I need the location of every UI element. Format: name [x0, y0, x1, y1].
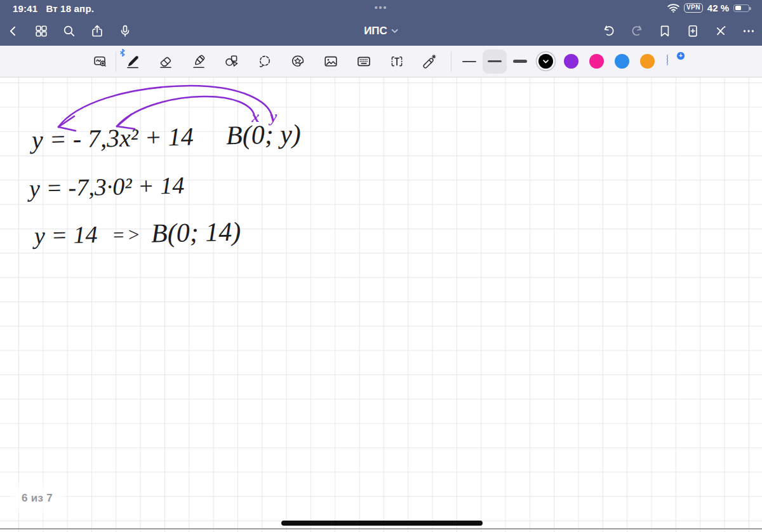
handwriting-result: y = 14: [34, 220, 98, 249]
pen-tool[interactable]: [116, 46, 149, 77]
undo-button[interactable]: [602, 24, 616, 38]
edit-mode-toggle-icon[interactable]: [714, 24, 728, 38]
dashed-circle-icon: [667, 54, 668, 66]
search-button[interactable]: [62, 24, 76, 38]
zoom-window-tool[interactable]: [85, 46, 116, 77]
drawing-toolbar: +: [0, 46, 762, 77]
handwriting-label-y: y: [270, 108, 277, 126]
handwriting-point-b-result: B(0; 14): [151, 216, 241, 249]
vpn-badge: VPN: [684, 3, 703, 13]
redo-button[interactable]: [630, 24, 644, 38]
document-title-dropdown[interactable]: ИПС: [364, 17, 398, 46]
status-date: Вт 18 апр.: [46, 3, 94, 14]
text-tool[interactable]: [380, 46, 413, 77]
thickness-medium-selected[interactable]: [482, 46, 507, 77]
handwriting-point-b: B(0; y): [226, 119, 302, 150]
page-indicator: 6 из 7: [15, 490, 59, 507]
color-swatch-pink[interactable]: [584, 46, 609, 77]
battery-fill: [735, 6, 742, 10]
document-title: ИПС: [364, 25, 387, 37]
lasso-tool[interactable]: [248, 46, 281, 77]
pages-grid-button[interactable]: [34, 24, 48, 38]
nav-bar: ИПС: [0, 17, 762, 46]
chevron-down-icon: [391, 29, 398, 34]
thickness-thin[interactable]: [457, 46, 482, 77]
bluetooth-icon: [120, 49, 125, 57]
handwriting-implies-arrow: =>: [112, 223, 143, 247]
handwriting-equation-2: y = -7,3·0² + 14: [29, 171, 185, 202]
eraser-tool[interactable]: [149, 46, 182, 77]
more-button[interactable]: [742, 24, 756, 38]
color-swatch-purple[interactable]: [558, 46, 584, 77]
add-color-button[interactable]: +: [660, 46, 688, 77]
battery-percent-text: 42 %: [707, 3, 729, 13]
multitask-dots: •••: [375, 3, 388, 13]
status-right: VPN 42 %: [667, 3, 752, 13]
microphone-button[interactable]: [118, 24, 132, 38]
bookmark-button[interactable]: [658, 24, 672, 38]
status-time: 19:41: [13, 3, 37, 14]
nav-left-group: [6, 17, 132, 46]
status-bar: 19:41 Вт 18 апр. ••• VPN 42 %: [0, 0, 762, 17]
share-button[interactable]: [90, 24, 104, 38]
handwriting-equation-1: y = - 7,3x² + 14: [32, 121, 194, 154]
status-left: 19:41 Вт 18 апр.: [13, 3, 94, 14]
note-canvas[interactable]: y = - 7,3x² + 14 B(0; y) x y y = -7,3·0²…: [0, 77, 762, 532]
color-swatch-orange[interactable]: [634, 46, 660, 77]
wifi-icon: [667, 3, 679, 13]
color-swatch-black[interactable]: [533, 46, 558, 77]
highlighter-tool[interactable]: [182, 46, 215, 77]
color-swatch-blue[interactable]: [609, 46, 634, 77]
keyboard-tool[interactable]: [347, 46, 380, 77]
home-indicator[interactable]: [281, 521, 483, 526]
add-page-button[interactable]: [686, 24, 700, 38]
battery-icon: [733, 4, 749, 12]
header: 19:41 Вт 18 апр. ••• VPN 42 %: [0, 0, 762, 46]
image-tool[interactable]: [314, 46, 347, 77]
chevron-down-icon: [542, 59, 549, 64]
handwriting-label-x: x: [251, 108, 260, 126]
laser-pointer-tool[interactable]: [413, 46, 446, 77]
shapes-tool[interactable]: [215, 46, 248, 77]
thickness-thick[interactable]: [507, 46, 533, 77]
plus-badge-icon: +: [676, 51, 685, 60]
app-screen: 19:41 Вт 18 апр. ••• VPN 42 %: [0, 0, 762, 532]
page-bottom-edge: [0, 528, 762, 529]
stickers-tool[interactable]: [281, 46, 314, 77]
nav-right-group: [602, 17, 756, 46]
back-button[interactable]: [6, 24, 20, 38]
